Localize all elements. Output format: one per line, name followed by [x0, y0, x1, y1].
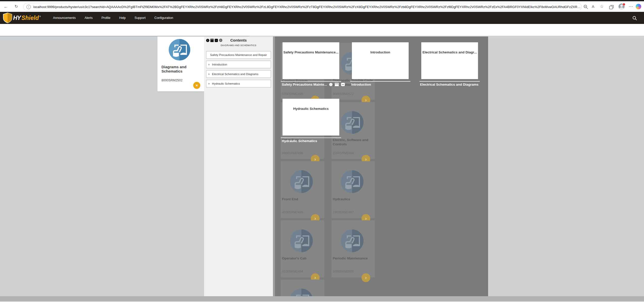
section-label-text: Introduction — [351, 83, 371, 86]
toc-item-electrical[interactable]: › Electrical Schematics and Diagrams — [206, 70, 271, 78]
section-card-introduction[interactable]: Introduction — [352, 42, 409, 79]
result-tile-operators-cab: Operator's Cab 0100SRM2494 › — [281, 220, 324, 277]
manual-code: 8000SRM2502 — [161, 79, 182, 82]
section-label-text: Safety Precautions Mainte... — [282, 83, 327, 86]
card-underline — [281, 138, 341, 138]
manual-book-icon — [289, 288, 314, 296]
registered-mark: ® — [39, 15, 41, 18]
tile-code: 8000SRM2500 — [333, 270, 354, 273]
read-aloud-button[interactable]: A — [592, 1, 594, 12]
toc-label: Introduction — [212, 63, 227, 66]
dimmed-results-grid: Cooling System 0700SRM2495 › 9000SRM2572… — [275, 37, 488, 296]
open-manual-button[interactable]: › — [361, 273, 370, 282]
manual-book-icon — [340, 110, 364, 135]
section-label-safety[interactable]: Safety Precautions Mainte... ⋮ — [282, 83, 345, 86]
manual-title: Diagrams and Schematics — [161, 65, 199, 73]
manual-book-icon — [168, 38, 191, 61]
tile-code: 0700SRM2495 — [282, 92, 303, 96]
browser-menu-icon[interactable]: ⋯ — [629, 1, 633, 12]
toc-item-introduction[interactable]: › Introduction — [206, 61, 271, 68]
copilot-icon[interactable] — [636, 4, 641, 9]
section-card-safety[interactable]: Safety Precautions Maintenance... — [283, 42, 339, 79]
contents-panel: i − Contents DIAGRAMS AND SCHEMATICS Saf… — [204, 37, 275, 296]
menu-announcements[interactable]: Announcements — [53, 16, 76, 20]
section-card-electrical[interactable]: Electrical Schematics and Diagr... — [421, 42, 478, 79]
tile-title: Hydraulics — [333, 197, 374, 201]
section-label-text: Hydraulic Schematics — [282, 139, 317, 143]
book-view-icon[interactable] — [335, 83, 339, 86]
card-underline — [281, 81, 341, 82]
manual-book-icon — [289, 229, 314, 253]
main-menu: Announcements Alerts Profile Help Suppor… — [53, 16, 173, 20]
shield-icon — [3, 13, 12, 23]
tile-title: Operator's Cab — [282, 256, 323, 260]
back-button[interactable]: ← — [4, 1, 8, 12]
bottom-scroll-strip[interactable] — [0, 296, 644, 301]
section-label-introduction[interactable]: Introduction — [351, 83, 371, 86]
manual-book-icon — [289, 170, 314, 194]
collapse-icon[interactable] — [341, 83, 345, 86]
search-icon[interactable] — [632, 16, 637, 21]
tile-code: 1900SRM2497 — [333, 211, 354, 214]
tile-code: 0100SRM2494 — [282, 270, 303, 273]
tile-code: 9000SRM2572 — [333, 92, 354, 96]
tile-title: Periodic Maintenance — [333, 256, 374, 260]
toc-label: Hydraulic Schematics — [212, 82, 240, 85]
refresh-button[interactable]: ↻ — [15, 1, 18, 12]
chevron-right-icon: › — [208, 62, 209, 66]
tab-bar: Home › Search Results C3C1 — [0, 24, 644, 36]
menu-profile[interactable]: Profile — [101, 16, 110, 20]
card-underline — [419, 81, 480, 82]
chevron-right-icon: › — [208, 72, 209, 76]
contents-scrollbar[interactable] — [273, 37, 275, 296]
browser-toolbar: ← ↻ i localhost:9999/products/hyster/us/… — [0, 1, 644, 12]
close-manual-button[interactable]: × — [193, 82, 200, 89]
manual-book-icon — [340, 170, 364, 194]
result-tile-hydraulics: Hydraulics 1900SRM2497 › — [331, 161, 375, 218]
card-underline — [350, 81, 410, 82]
tile-code: 4000SRM2499 — [282, 211, 303, 214]
address-bar[interactable]: i localhost:9999/products/hyster/us/c3c1… — [23, 3, 582, 11]
menu-alerts[interactable]: Alerts — [85, 16, 93, 20]
logo-text-shield: Shield — [21, 15, 39, 21]
collections-icon[interactable] — [609, 5, 614, 10]
tile-code: 0900SRM2496 — [282, 151, 303, 155]
tile-title: Front End — [282, 197, 323, 201]
section-label-hydraulic[interactable]: Hydraulic Schematics — [282, 139, 317, 143]
url-text[interactable]: localhost:9999/products/hyster/us/c3c1?s… — [33, 5, 581, 9]
tile-title: Cooling System — [282, 79, 323, 83]
menu-configuration[interactable]: Configuration — [154, 16, 173, 20]
section-label-electrical[interactable]: Electrical Schematics and Diagrams — [420, 83, 479, 86]
hy-shield-logo[interactable]: HY Shield ® — [3, 13, 41, 23]
result-tile-partial — [281, 280, 324, 296]
logo-text-hy: HY — [13, 15, 21, 21]
result-tile-front-end: Front End 4000SRM2499 › — [281, 161, 324, 218]
result-tile-periodic-maintenance: Periodic Maintenance 8000SRM2500 › — [331, 220, 375, 277]
tile-code: 2200SRM2468 — [333, 151, 354, 155]
toc-item-safety[interactable]: Safety Precautions Maintenance and Repai… — [206, 51, 271, 59]
toc-label: Safety Precautions Maintenance and Repai… — [210, 53, 267, 56]
app-navbar: HY Shield ® Announcements Alerts Profile… — [0, 12, 644, 24]
notification-dot — [623, 3, 625, 6]
section-label-text: Electrical Schematics and Diagrams — [420, 83, 479, 86]
manual-book-icon — [340, 229, 364, 253]
site-info-icon[interactable]: i — [26, 5, 31, 9]
zoom-out-icon[interactable] — [583, 4, 588, 9]
toc-item-hydraulic[interactable]: › Hydraulic Schematics — [206, 80, 271, 87]
contents-subheading: DIAGRAMS AND SCHEMATICS — [204, 44, 273, 47]
menu-support[interactable]: Support — [134, 16, 146, 20]
chevron-right-icon: › — [208, 82, 209, 85]
selected-manual-card: Diagrams and Schematics 8000SRM2502 × — [157, 37, 204, 91]
section-card-hydraulic[interactable]: Hydraulic Schematics — [283, 99, 339, 136]
toc-label: Electrical Schematics and Diagrams — [212, 73, 258, 76]
menu-help[interactable]: Help — [119, 16, 126, 20]
info-icon[interactable]: ⋮ — [329, 83, 332, 86]
favorites-star-icon[interactable]: ☆ — [600, 1, 604, 12]
tile-title: Electric, Software and Controls — [333, 138, 374, 146]
contents-heading: Contents — [204, 38, 273, 42]
